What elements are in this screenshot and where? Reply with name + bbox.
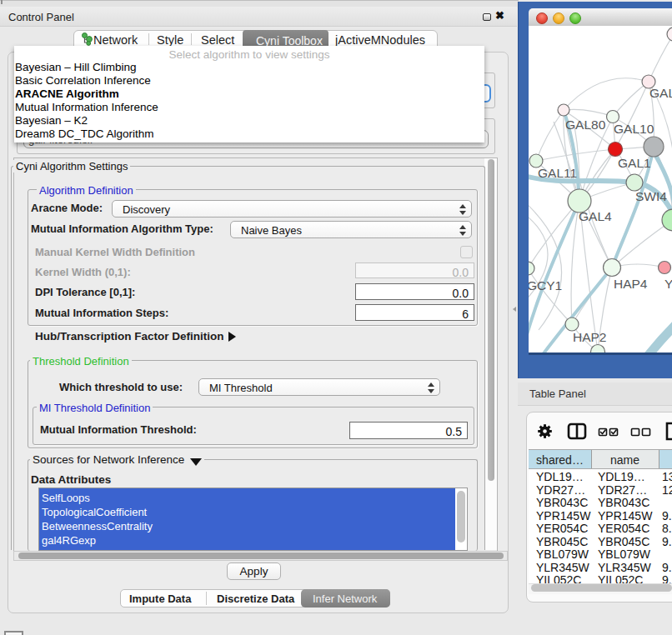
svg-text:Y: Y <box>664 277 672 291</box>
svg-text:SWI4: SWI4 <box>635 189 667 203</box>
svg-text:GAL11: GAL11 <box>538 166 577 180</box>
svg-text:HAP2: HAP2 <box>573 330 607 344</box>
svg-text:HAP4: HAP4 <box>614 277 648 291</box>
svg-text:GAL10: GAL10 <box>614 122 654 136</box>
svg-text:GAL80: GAL80 <box>565 118 606 132</box>
svg-text:GAL7: GAL7 <box>649 86 672 100</box>
svg-text:GCY1: GCY1 <box>529 278 562 292</box>
svg-text:GAL4: GAL4 <box>579 209 612 223</box>
svg-text:GAL1: GAL1 <box>618 156 651 170</box>
